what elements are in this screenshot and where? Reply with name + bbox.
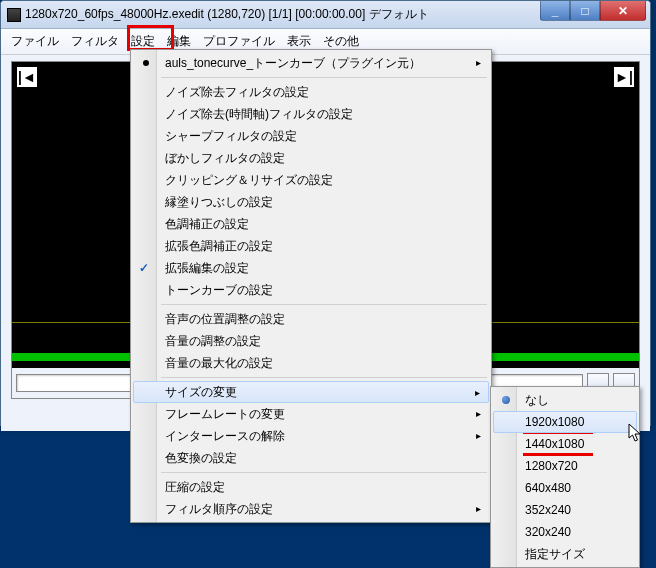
settings-dropdown-menu: auls_tonecurve_トーンカーブ（プラグイン元）ノイズ除去フィルタの設… (130, 49, 492, 523)
titlebar: 1280x720_60fps_48000Hz.exedit (1280,720)… (1, 1, 650, 29)
submenu-item[interactable]: 1440x1080 (493, 433, 637, 455)
menu-item[interactable]: トーンカーブの設定 (133, 279, 489, 301)
menu-item[interactable]: インターレースの解除 (133, 425, 489, 447)
menu-フィルタ[interactable]: フィルタ (65, 31, 125, 52)
submenu-item[interactable]: 1280x720 (493, 455, 637, 477)
menu-item[interactable]: シャープフィルタの設定 (133, 125, 489, 147)
app-icon (7, 8, 21, 22)
menu-item[interactable]: 圧縮の設定 (133, 476, 489, 498)
menu-item[interactable]: フィルタ順序の設定 (133, 498, 489, 520)
cursor-icon (628, 423, 644, 445)
menu-separator (161, 377, 487, 378)
submenu-item[interactable]: 320x240 (493, 521, 637, 543)
menu-separator (161, 304, 487, 305)
menu-separator (161, 77, 487, 78)
close-button[interactable]: ✕ (600, 1, 646, 21)
menu-item[interactable]: auls_tonecurve_トーンカーブ（プラグイン元） (133, 52, 489, 74)
menu-ファイル[interactable]: ファイル (5, 31, 65, 52)
submenu-item[interactable]: 352x240 (493, 499, 637, 521)
menu-item[interactable]: 音量の調整の設定 (133, 330, 489, 352)
minimize-button[interactable]: _ (540, 1, 570, 21)
menu-separator (161, 472, 487, 473)
seek-end-button[interactable]: ►| (613, 66, 635, 88)
menu-item[interactable]: クリッピング＆リサイズの設定 (133, 169, 489, 191)
submenu-item[interactable]: 1920x1080 (493, 411, 637, 433)
menu-item[interactable]: 音声の位置調整の設定 (133, 308, 489, 330)
menu-item[interactable]: フレームレートの変更 (133, 403, 489, 425)
menu-item[interactable]: ぼかしフィルタの設定 (133, 147, 489, 169)
bullet-icon (143, 60, 149, 66)
menu-item[interactable]: 色変換の設定 (133, 447, 489, 469)
submenu-item[interactable]: 指定サイズ (493, 543, 637, 565)
menu-item[interactable]: 拡張色調補正の設定 (133, 235, 489, 257)
check-icon: ✓ (139, 260, 149, 276)
menu-item[interactable]: 縁塗りつぶしの設定 (133, 191, 489, 213)
radio-icon (502, 396, 510, 404)
menu-item[interactable]: 色調補正の設定 (133, 213, 489, 235)
submenu-item[interactable]: 640x480 (493, 477, 637, 499)
menu-item[interactable]: サイズの変更 (133, 381, 489, 403)
seek-start-button[interactable]: |◄ (16, 66, 38, 88)
menu-item[interactable]: ノイズ除去フィルタの設定 (133, 81, 489, 103)
submenu-item[interactable]: なし (493, 389, 637, 411)
maximize-button[interactable]: □ (570, 1, 600, 21)
window-title: 1280x720_60fps_48000Hz.exedit (1280,720)… (25, 6, 429, 23)
menu-item[interactable]: 拡張編集の設定✓ (133, 257, 489, 279)
resize-submenu: なし1920x10801440x10801280x720640x480352x2… (490, 386, 640, 568)
menu-item[interactable]: ノイズ除去(時間軸)フィルタの設定 (133, 103, 489, 125)
menu-item[interactable]: 音量の最大化の設定 (133, 352, 489, 374)
